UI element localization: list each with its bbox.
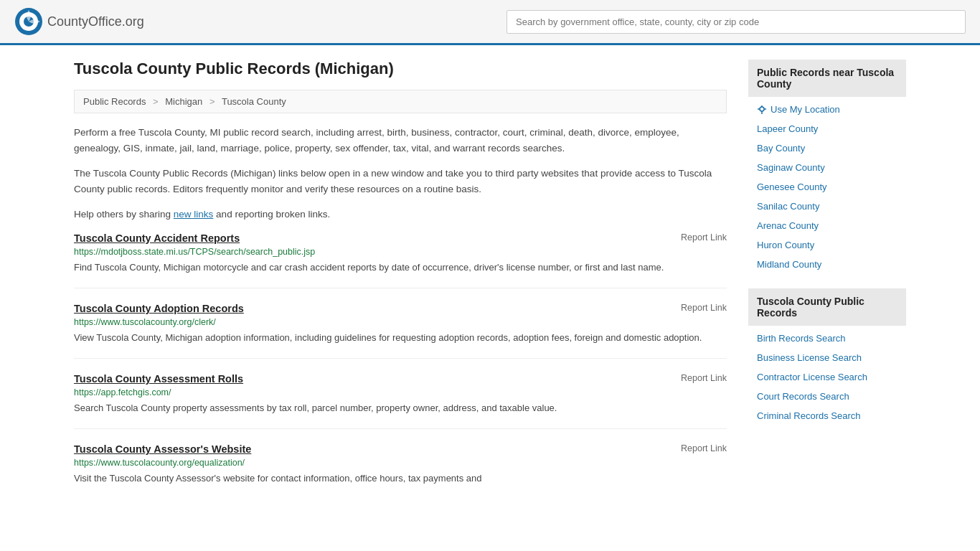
breadcrumb: Public Records > Michigan > Tuscola Coun…	[74, 90, 727, 113]
record-header: Tuscola County Assessment Rolls Report L…	[74, 373, 727, 385]
nearby-county-item: Genesee County	[748, 177, 906, 197]
sidebar: Public Records near Tuscola County Use M…	[748, 60, 906, 514]
nearby-heading: Public Records near Tuscola County	[748, 60, 906, 97]
tuscola-record-link[interactable]: Birth Records Search	[757, 333, 846, 344]
record-header: Tuscola County Accident Reports Report L…	[74, 232, 727, 244]
record-header: Tuscola County Adoption Records Report L…	[74, 303, 727, 314]
logo-text[interactable]: CountyOffice.org	[47, 14, 144, 29]
report-link[interactable]: Report Link	[681, 232, 727, 242]
records-list: Tuscola County Accident Reports Report L…	[74, 232, 727, 499]
search-bar[interactable]	[507, 10, 966, 34]
breadcrumb-michigan[interactable]: Michigan	[165, 96, 202, 107]
nearby-county-link[interactable]: Bay County	[757, 143, 805, 154]
use-location-button[interactable]: Use My Location	[748, 100, 906, 119]
record-desc: Search Tuscola County property assessmen…	[74, 401, 727, 415]
new-links-link[interactable]: new links	[174, 209, 214, 220]
breadcrumb-public-records[interactable]: Public Records	[83, 96, 146, 107]
record-desc: View Tuscola County, Michigan adoption i…	[74, 331, 727, 345]
record-title[interactable]: Tuscola County Assessment Rolls	[74, 373, 243, 385]
tuscola-record-item: Birth Records Search	[748, 329, 906, 348]
record-desc: Find Tuscola County, Michigan motorcycle…	[74, 260, 727, 275]
logo-icon	[14, 7, 43, 36]
tuscola-record-item: Contractor License Search	[748, 367, 906, 387]
nearby-county-link[interactable]: Arenac County	[757, 220, 819, 231]
record-url[interactable]: https://www.tuscolacounty.org/equalizati…	[74, 458, 727, 468]
tuscola-record-item: Court Records Search	[748, 387, 906, 406]
breadcrumb-tuscola[interactable]: Tuscola County	[222, 96, 286, 107]
nearby-county-link[interactable]: Huron County	[757, 240, 814, 250]
search-input[interactable]	[507, 10, 966, 34]
tuscola-record-item: Business License Search	[748, 348, 906, 367]
use-location-label: Use My Location	[771, 104, 840, 115]
tuscola-record-link[interactable]: Business License Search	[757, 352, 862, 363]
tuscola-record-link[interactable]: Court Records Search	[757, 391, 849, 402]
tuscola-record-link[interactable]: Criminal Records Search	[757, 410, 861, 421]
tuscola-heading: Tuscola County Public Records	[748, 288, 906, 326]
nearby-county-link[interactable]: Saginaw County	[757, 162, 825, 173]
record-url[interactable]: https://www.tuscolacounty.org/clerk/	[74, 317, 727, 327]
nearby-county-item: Lapeer County	[748, 119, 906, 138]
tuscola-record-item: Criminal Records Search	[748, 406, 906, 425]
tuscola-section: Tuscola County Public Records Birth Reco…	[748, 288, 906, 425]
nearby-county-item: Arenac County	[748, 216, 906, 235]
description-2: The Tuscola County Public Records (Michi…	[74, 166, 727, 197]
record-item: Tuscola County Accident Reports Report L…	[74, 232, 727, 288]
nearby-section: Public Records near Tuscola County Use M…	[748, 60, 906, 274]
logo-area[interactable]: CountyOffice.org	[14, 7, 144, 36]
nearby-county-link[interactable]: Lapeer County	[757, 123, 818, 134]
breadcrumb-sep-2: >	[209, 96, 215, 107]
nearby-county-item: Bay County	[748, 138, 906, 158]
nearby-county-link[interactable]: Genesee County	[757, 182, 827, 192]
main-container: Tuscola County Public Records (Michigan)…	[60, 45, 920, 528]
report-link[interactable]: Report Link	[681, 373, 727, 383]
nearby-county-item: Midland County	[748, 255, 906, 274]
content: Tuscola County Public Records (Michigan)…	[74, 60, 727, 514]
record-item: Tuscola County Adoption Records Report L…	[74, 303, 727, 359]
description-1: Perform a free Tuscola County, MI public…	[74, 125, 727, 156]
page-title: Tuscola County Public Records (Michigan)	[74, 60, 727, 78]
record-desc: Visit the Tuscola County Assessor's webs…	[74, 471, 727, 486]
nearby-county-item: Huron County	[748, 235, 906, 255]
record-item: Tuscola County Assessment Rolls Report L…	[74, 373, 727, 429]
record-url[interactable]: https://app.fetchgis.com/	[74, 387, 727, 397]
nearby-counties: Lapeer CountyBay CountySaginaw CountyGen…	[748, 119, 906, 274]
nearby-county-item: Saginaw County	[748, 158, 906, 177]
svg-point-3	[760, 107, 764, 111]
nearby-county-item: Sanilac County	[748, 197, 906, 216]
record-title[interactable]: Tuscola County Adoption Records	[74, 303, 244, 314]
nearby-county-link[interactable]: Sanilac County	[757, 201, 819, 212]
header: CountyOffice.org	[0, 0, 980, 45]
report-link[interactable]: Report Link	[681, 443, 727, 453]
tuscola-record-link[interactable]: Contractor License Search	[757, 372, 867, 382]
nearby-county-link[interactable]: Midland County	[757, 259, 821, 270]
record-header: Tuscola County Assessor's Website Report…	[74, 443, 727, 455]
record-url[interactable]: https://mdotjboss.state.mi.us/TCPS/searc…	[74, 247, 727, 257]
location-icon	[757, 105, 767, 115]
tuscola-links: Birth Records SearchBusiness License Sea…	[748, 329, 906, 425]
record-title[interactable]: Tuscola County Assessor's Website	[74, 443, 251, 455]
record-title[interactable]: Tuscola County Accident Reports	[74, 232, 240, 244]
description-3: Help others by sharing new links and rep…	[74, 207, 727, 222]
report-link[interactable]: Report Link	[681, 303, 727, 313]
breadcrumb-sep-1: >	[153, 96, 159, 107]
record-item: Tuscola County Assessor's Website Report…	[74, 443, 727, 499]
